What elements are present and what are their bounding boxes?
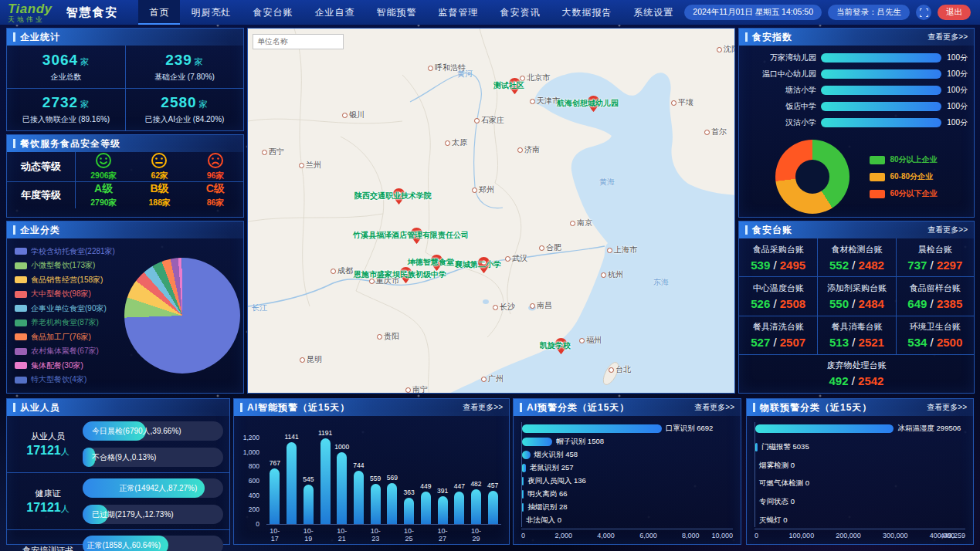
- x-tick-label: 2,000: [555, 532, 573, 539]
- bar-value: 767: [270, 459, 280, 467]
- legend-item: 特大型餐饮(4家): [15, 374, 121, 385]
- x-tick-label: 100,000: [789, 532, 815, 539]
- fullscreen-button[interactable]: [916, 5, 931, 20]
- nav-item-8[interactable]: 大数据报告: [551, 0, 622, 25]
- nav-item-4[interactable]: 企业自查: [303, 0, 365, 25]
- city-label-合肥: 合肥: [539, 242, 561, 253]
- city-label-兰州: 兰州: [299, 160, 321, 171]
- bar: [488, 491, 498, 524]
- panel-title: 从业人员: [20, 401, 60, 414]
- nav-item-6[interactable]: 监督管理: [427, 0, 489, 25]
- ledger-done-count: 737: [907, 259, 927, 272]
- unit-name-search-input[interactable]: [253, 34, 344, 49]
- city-name: 太原: [452, 137, 467, 148]
- view-more-link[interactable]: 查看更多>>: [694, 402, 734, 413]
- logout-button[interactable]: 退出: [938, 5, 971, 20]
- map-marker-label: 坤德智慧食堂: [408, 257, 454, 268]
- nav-item-5[interactable]: 智能预警: [365, 0, 427, 25]
- city-dot: [472, 188, 477, 193]
- index-name: 饭店中学: [745, 101, 821, 112]
- staff-bars: 今日晨检(6790人,39.66%)不合格(9人,0.13%): [83, 421, 223, 467]
- ledger-cell: 食品留样台账649 / 2385: [896, 276, 974, 315]
- grade-item: 96家: [188, 152, 243, 181]
- panel-title: 企业统计: [20, 31, 60, 44]
- hbar-row: 老鼠识别 257: [522, 463, 733, 473]
- nav-item-1[interactable]: 首页: [138, 0, 180, 25]
- hbar-fill: [522, 503, 524, 512]
- trend-chart: 02004006008001,0001,200 7671141545119110…: [266, 422, 501, 543]
- hbar-label: 帽子识别 1508: [556, 437, 604, 447]
- panel-safety-grade: 餐饮服务食品安全等级 动态等级2906家62家96家年度等级A级2790家B级1…: [6, 134, 244, 218]
- ledger-name: 废弃物处理台账: [827, 360, 887, 371]
- grade-count: 2906家: [90, 171, 117, 181]
- city-name: 南宁: [412, 384, 428, 394]
- ledger-name: 食品留样台账: [910, 282, 961, 294]
- nav-item-3[interactable]: 食安台账: [242, 0, 303, 25]
- ledger-cell: 环境卫生台账534 / 2500: [896, 316, 974, 354]
- legend-item: 企事业单位食堂(90家): [15, 303, 121, 314]
- ledger-total-count: 2500: [937, 336, 962, 349]
- index-rows: 万家湾幼儿园100分温口中心幼儿园100分塘沽小学100分饭店中学100分汉沽小…: [739, 46, 974, 130]
- city-label-天津市: 天津市: [530, 96, 560, 106]
- legend-label: 食品加工厂(76家): [31, 332, 91, 343]
- panel-title: 食安台账: [752, 224, 792, 237]
- nav-item-7[interactable]: 食安资讯: [489, 0, 551, 25]
- bar: [454, 492, 464, 524]
- bar-value: 569: [387, 474, 398, 482]
- page-title: 智慧食安: [66, 5, 118, 20]
- header-accent: [753, 403, 755, 412]
- index-row: 汉沽小学100分: [739, 114, 974, 130]
- map-marker-label: 陕西交通职业技术学院: [354, 191, 432, 201]
- map-marker-label: 测试社区: [493, 80, 524, 91]
- water-label-东海: 东海: [653, 277, 669, 288]
- stat-unit: 家: [80, 57, 90, 66]
- panel-header: 餐饮服务食品安全等级: [7, 135, 243, 152]
- bar: [371, 484, 381, 524]
- x-tick-label: 200,000: [836, 532, 861, 539]
- stat-number: 2732: [42, 94, 78, 110]
- view-more-link[interactable]: 查看更多>>: [927, 402, 967, 413]
- hbar-x-axis: 0100,000200,000300,000400,000449,259: [754, 529, 965, 540]
- x-tick-label: 6,000: [639, 532, 657, 539]
- china-map[interactable]: 沈阳呼和浩特北京市天津市平壤石家庄太原济南银川西宁兰州郑州首尔南京上海市合肥杭州…: [247, 28, 735, 394]
- city-label-沈阳: 沈阳: [717, 44, 735, 55]
- city-dot: [717, 47, 722, 52]
- nav-item-9[interactable]: 系统设置: [622, 0, 684, 25]
- ledger-separator: /: [849, 297, 859, 310]
- nav-item-2[interactable]: 明厨亮灶: [180, 0, 242, 25]
- hbar-label: 门磁报警 5035: [761, 442, 809, 452]
- hbar-label: 烟火识别 458: [534, 450, 578, 460]
- enterprise-stats-grid: 3064家企业总数239家基础企业 (7.80%)2732家已接入物联企业 (8…: [7, 46, 243, 130]
- grade-item: 62家: [131, 152, 187, 181]
- logo-subtext: 天地伟业: [8, 16, 52, 23]
- index-bar: [821, 69, 941, 79]
- view-more-link[interactable]: 查看更多>>: [463, 402, 503, 413]
- hbar-row: 帽子识别 1508: [522, 437, 733, 447]
- legend-item: 集体配餐(30家): [15, 360, 121, 371]
- map-marker-label: 恩施市盛家坝民族初级中学: [354, 269, 446, 280]
- donut-legend-label: 60分以下企业: [890, 188, 937, 199]
- staff-left: 从业人员17121人: [13, 431, 83, 458]
- bar: [270, 468, 280, 524]
- bar-column: 1141: [283, 433, 300, 524]
- index-bar-track: [821, 102, 941, 111]
- tiandy-logo: Tiandy 天地伟业: [8, 2, 52, 23]
- staff-left: 健康证17121人: [13, 488, 83, 515]
- legend-item: 养老机构食堂(87家): [15, 317, 121, 328]
- legend-swatch: [15, 377, 27, 384]
- x-tick-label: [484, 527, 501, 543]
- ledger-done-count: 527: [751, 336, 770, 349]
- score-donut-chart: [775, 140, 849, 214]
- panel-title: 物联预警分类（近15天）: [760, 401, 872, 414]
- ledger-separator: /: [849, 259, 859, 272]
- ledger-numbers: 737 / 2297: [907, 259, 962, 272]
- panel-header: 食安指数 查看更多>>: [739, 29, 974, 46]
- grade-count: 2790家: [90, 198, 117, 208]
- bar: [354, 471, 364, 524]
- city-label-济南: 济南: [517, 144, 540, 155]
- ledger-separator: /: [849, 374, 859, 387]
- city-dot: [331, 269, 336, 274]
- view-more-link[interactable]: 查看更多>>: [927, 32, 968, 42]
- staff-row: 食安培训证书3064人正常(1858人,60.64%)已过期(1206人,39.…: [7, 529, 229, 551]
- view-more-link[interactable]: 查看更多>>: [927, 225, 968, 235]
